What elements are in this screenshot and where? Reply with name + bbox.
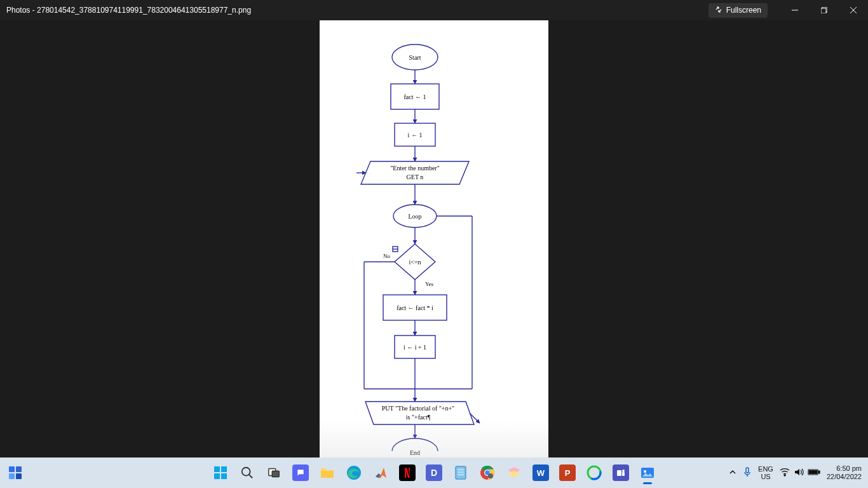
file-explorer-button[interactable] bbox=[315, 460, 340, 485]
taskbar-center: D W bbox=[208, 460, 660, 485]
clock-date: 22/04/2022 bbox=[827, 473, 862, 481]
svg-rect-37 bbox=[221, 473, 227, 479]
fullscreen-label: Fullscreen bbox=[726, 6, 761, 15]
svg-rect-30 bbox=[9, 466, 15, 472]
node-fact-update: fact ← fact * i bbox=[397, 304, 433, 311]
matlab-button[interactable] bbox=[368, 460, 393, 485]
task-view-button[interactable] bbox=[261, 460, 287, 485]
node-input-line1: "Enter the number" bbox=[390, 165, 440, 172]
displayed-image: Start fact ← 1 i ← 1 "Enter the number" … bbox=[320, 20, 548, 458]
node-output-line2: is "+fact¶ bbox=[406, 414, 431, 421]
svg-rect-41 bbox=[321, 471, 334, 478]
file-name: 278014542_378810974119991_78320046413055… bbox=[37, 6, 251, 15]
flowchart-diagram: Start fact ← 1 i ← 1 "Enter the number" … bbox=[320, 20, 548, 458]
fullscreen-button[interactable]: Fullscreen bbox=[709, 3, 768, 18]
app-green-button[interactable] bbox=[581, 460, 607, 485]
photos-titlebar: Photos - 278014542_378810974119991_78320… bbox=[0, 0, 868, 20]
chrome-button[interactable] bbox=[475, 460, 500, 485]
app-stack-button[interactable] bbox=[501, 460, 527, 485]
node-i-update: i ← i + 1 bbox=[403, 344, 426, 351]
svg-rect-35 bbox=[221, 466, 227, 472]
svg-rect-33 bbox=[16, 473, 22, 479]
svg-rect-36 bbox=[214, 473, 220, 479]
netflix-button[interactable] bbox=[395, 460, 420, 485]
node-fact-init: fact ← 1 bbox=[404, 93, 426, 100]
node-input-line2: GET n bbox=[407, 173, 424, 180]
minimize-button[interactable] bbox=[780, 0, 810, 20]
app-d-button[interactable]: D bbox=[421, 460, 447, 485]
wifi-icon bbox=[780, 468, 790, 478]
node-decision: i<=n bbox=[409, 259, 421, 266]
label-no: No bbox=[383, 253, 390, 259]
node-start: Start bbox=[409, 54, 421, 61]
notepad-button[interactable] bbox=[448, 460, 473, 485]
svg-rect-34 bbox=[214, 466, 220, 472]
node-output-line1: PUT "The factorial of "+n+" bbox=[382, 405, 454, 412]
search-button[interactable] bbox=[234, 460, 260, 485]
volume-icon bbox=[794, 468, 804, 478]
svg-point-50 bbox=[488, 473, 493, 478]
svg-line-28 bbox=[470, 413, 480, 423]
tray-overflow-button[interactable] bbox=[729, 468, 736, 477]
clock-button[interactable]: 6:50 pm 22/04/2022 bbox=[827, 464, 862, 481]
node-i-init: i ← 1 bbox=[408, 132, 423, 139]
svg-point-61 bbox=[784, 475, 785, 476]
close-button[interactable] bbox=[839, 0, 868, 20]
svg-point-56 bbox=[622, 470, 625, 472]
svg-point-38 bbox=[242, 468, 250, 476]
photos-taskbar-button[interactable] bbox=[635, 460, 660, 485]
svg-rect-60 bbox=[746, 468, 749, 473]
photo-viewport[interactable]: Start fact ← 1 i ← 1 "Enter the number" … bbox=[0, 20, 868, 458]
label-yes: Yes bbox=[425, 281, 434, 287]
chat-button[interactable] bbox=[288, 460, 313, 485]
svg-rect-57 bbox=[622, 472, 625, 476]
battery-icon bbox=[808, 468, 820, 477]
system-tray: ENG US 6:50 pm 22/04/2 bbox=[729, 464, 868, 481]
powerpoint-button[interactable]: P bbox=[555, 460, 580, 485]
svg-rect-63 bbox=[818, 471, 820, 473]
svg-rect-64 bbox=[809, 471, 817, 474]
lang-bottom: US bbox=[758, 473, 773, 480]
svg-rect-43 bbox=[456, 466, 466, 479]
svg-rect-0 bbox=[821, 8, 826, 13]
app-name: Photos - bbox=[6, 6, 37, 15]
language-button[interactable]: ENG US bbox=[758, 465, 773, 480]
svg-marker-52 bbox=[508, 471, 520, 477]
quick-settings-button[interactable] bbox=[780, 468, 820, 478]
lang-top: ENG bbox=[758, 465, 773, 473]
start-button[interactable] bbox=[208, 460, 233, 485]
svg-rect-31 bbox=[16, 466, 22, 472]
maximize-button[interactable] bbox=[810, 0, 839, 20]
svg-rect-55 bbox=[617, 470, 621, 476]
word-button[interactable]: W bbox=[528, 460, 553, 485]
edge-button[interactable] bbox=[341, 460, 367, 485]
svg-rect-32 bbox=[9, 473, 15, 479]
fullscreen-icon bbox=[715, 6, 722, 15]
svg-point-59 bbox=[644, 470, 646, 473]
windows-taskbar: D W bbox=[0, 458, 868, 488]
window-title: Photos - 278014542_378810974119991_78320… bbox=[0, 6, 709, 15]
node-end: End bbox=[410, 449, 420, 456]
teams-button[interactable] bbox=[608, 460, 634, 485]
clock-time: 6:50 pm bbox=[827, 464, 862, 473]
node-loop: Loop bbox=[408, 213, 421, 220]
widgets-button[interactable] bbox=[0, 458, 31, 488]
svg-rect-40 bbox=[272, 471, 279, 477]
mic-icon[interactable] bbox=[743, 467, 752, 478]
